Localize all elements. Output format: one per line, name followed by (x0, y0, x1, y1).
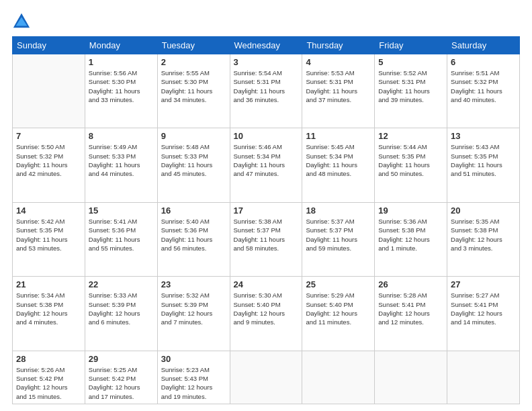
day-number: 3 (234, 57, 299, 67)
day-info: Sunrise: 5:48 AMSunset: 5:33 PMDaylight:… (161, 142, 226, 178)
calendar-week-row: 14Sunrise: 5:42 AMSunset: 5:35 PMDayligh… (13, 202, 520, 276)
calendar-day-cell: 3Sunrise: 5:54 AMSunset: 5:31 PMDaylight… (230, 54, 302, 128)
day-info: Sunrise: 5:45 AMSunset: 5:34 PMDaylight:… (306, 142, 371, 178)
calendar-day-cell: 6Sunrise: 5:51 AMSunset: 5:32 PMDaylight… (447, 54, 520, 128)
calendar-day-cell: 23Sunrise: 5:32 AMSunset: 5:39 PMDayligh… (157, 277, 230, 351)
day-of-week-header: Sunday (13, 37, 85, 54)
day-info: Sunrise: 5:51 AMSunset: 5:32 PMDaylight:… (451, 68, 516, 104)
calendar-day-cell (302, 351, 375, 404)
calendar-day-cell: 18Sunrise: 5:37 AMSunset: 5:37 PMDayligh… (302, 202, 375, 276)
calendar-day-cell: 27Sunrise: 5:27 AMSunset: 5:41 PMDayligh… (447, 277, 520, 351)
day-number: 22 (89, 279, 154, 289)
calendar-day-cell: 19Sunrise: 5:36 AMSunset: 5:38 PMDayligh… (375, 202, 447, 276)
day-number: 17 (234, 205, 299, 216)
day-info: Sunrise: 5:44 AMSunset: 5:35 PMDaylight:… (378, 142, 443, 178)
day-number: 16 (161, 205, 226, 216)
day-number: 5 (378, 57, 443, 67)
day-info: Sunrise: 5:27 AMSunset: 5:41 PMDaylight:… (451, 291, 516, 326)
day-number: 25 (306, 279, 371, 289)
calendar-week-row: 21Sunrise: 5:34 AMSunset: 5:38 PMDayligh… (13, 277, 520, 351)
logo-icon (12, 12, 31, 31)
calendar-day-cell: 4Sunrise: 5:53 AMSunset: 5:31 PMDaylight… (302, 54, 375, 128)
day-info: Sunrise: 5:54 AMSunset: 5:31 PMDaylight:… (234, 68, 299, 104)
day-info: Sunrise: 5:26 AMSunset: 5:42 PMDaylight:… (16, 365, 81, 401)
day-number: 19 (378, 205, 443, 216)
day-number: 20 (451, 205, 516, 216)
day-number: 4 (306, 57, 371, 67)
calendar-day-cell: 15Sunrise: 5:41 AMSunset: 5:36 PMDayligh… (85, 202, 157, 276)
day-number: 11 (306, 131, 371, 141)
day-number: 28 (16, 354, 81, 364)
calendar-day-cell: 7Sunrise: 5:50 AMSunset: 5:32 PMDaylight… (13, 128, 85, 202)
day-number: 1 (89, 57, 154, 67)
day-info: Sunrise: 5:32 AMSunset: 5:39 PMDaylight:… (161, 291, 226, 326)
day-number: 8 (89, 131, 154, 141)
calendar-day-cell: 16Sunrise: 5:40 AMSunset: 5:36 PMDayligh… (157, 202, 230, 276)
day-info: Sunrise: 5:34 AMSunset: 5:38 PMDaylight:… (16, 291, 81, 326)
day-info: Sunrise: 5:46 AMSunset: 5:34 PMDaylight:… (234, 142, 299, 178)
day-number: 18 (306, 205, 371, 216)
day-info: Sunrise: 5:28 AMSunset: 5:41 PMDaylight:… (378, 291, 443, 326)
calendar-day-cell: 12Sunrise: 5:44 AMSunset: 5:35 PMDayligh… (375, 128, 447, 202)
calendar-day-cell (447, 351, 520, 404)
calendar-day-cell (13, 54, 85, 128)
day-of-week-header: Friday (375, 37, 447, 54)
day-info: Sunrise: 5:42 AMSunset: 5:35 PMDaylight:… (16, 217, 81, 253)
calendar-day-cell (375, 351, 447, 404)
calendar-day-cell: 17Sunrise: 5:38 AMSunset: 5:37 PMDayligh… (230, 202, 302, 276)
day-info: Sunrise: 5:36 AMSunset: 5:38 PMDaylight:… (378, 217, 443, 253)
day-info: Sunrise: 5:43 AMSunset: 5:35 PMDaylight:… (451, 142, 516, 178)
day-number: 2 (161, 57, 226, 67)
day-info: Sunrise: 5:33 AMSunset: 5:39 PMDaylight:… (89, 291, 154, 326)
calendar-day-cell: 9Sunrise: 5:48 AMSunset: 5:33 PMDaylight… (157, 128, 230, 202)
calendar-day-cell: 24Sunrise: 5:30 AMSunset: 5:40 PMDayligh… (230, 277, 302, 351)
day-number: 24 (234, 279, 299, 289)
day-info: Sunrise: 5:55 AMSunset: 5:30 PMDaylight:… (161, 68, 226, 104)
day-info: Sunrise: 5:25 AMSunset: 5:42 PMDaylight:… (89, 365, 154, 401)
header (12, 12, 520, 31)
day-of-week-header: Saturday (447, 37, 520, 54)
calendar-day-cell: 25Sunrise: 5:29 AMSunset: 5:40 PMDayligh… (302, 277, 375, 351)
day-number: 15 (89, 205, 154, 216)
day-info: Sunrise: 5:37 AMSunset: 5:37 PMDaylight:… (306, 217, 371, 253)
day-number: 21 (16, 279, 81, 289)
day-number: 9 (161, 131, 226, 141)
day-info: Sunrise: 5:29 AMSunset: 5:40 PMDaylight:… (306, 291, 371, 326)
calendar-day-cell (230, 351, 302, 404)
calendar-day-cell: 21Sunrise: 5:34 AMSunset: 5:38 PMDayligh… (13, 277, 85, 351)
calendar-day-cell: 13Sunrise: 5:43 AMSunset: 5:35 PMDayligh… (447, 128, 520, 202)
day-of-week-header: Monday (85, 37, 157, 54)
day-info: Sunrise: 5:23 AMSunset: 5:43 PMDaylight:… (161, 365, 226, 401)
day-number: 12 (378, 131, 443, 141)
calendar-day-cell: 20Sunrise: 5:35 AMSunset: 5:38 PMDayligh… (447, 202, 520, 276)
calendar-day-cell: 26Sunrise: 5:28 AMSunset: 5:41 PMDayligh… (375, 277, 447, 351)
calendar-day-cell: 30Sunrise: 5:23 AMSunset: 5:43 PMDayligh… (157, 351, 230, 404)
page: SundayMondayTuesdayWednesdayThursdayFrid… (0, 0, 532, 411)
calendar-week-row: 7Sunrise: 5:50 AMSunset: 5:32 PMDaylight… (13, 128, 520, 202)
day-info: Sunrise: 5:53 AMSunset: 5:31 PMDaylight:… (306, 68, 371, 104)
calendar-week-row: 1Sunrise: 5:56 AMSunset: 5:30 PMDaylight… (13, 54, 520, 128)
day-number: 13 (451, 131, 516, 141)
calendar-day-cell: 10Sunrise: 5:46 AMSunset: 5:34 PMDayligh… (230, 128, 302, 202)
day-number: 14 (16, 205, 81, 216)
day-number: 23 (161, 279, 226, 289)
day-number: 26 (378, 279, 443, 289)
day-info: Sunrise: 5:41 AMSunset: 5:36 PMDaylight:… (89, 217, 154, 253)
calendar-day-cell: 8Sunrise: 5:49 AMSunset: 5:33 PMDaylight… (85, 128, 157, 202)
day-of-week-header: Thursday (302, 37, 375, 54)
calendar-day-cell: 22Sunrise: 5:33 AMSunset: 5:39 PMDayligh… (85, 277, 157, 351)
calendar-week-row: 28Sunrise: 5:26 AMSunset: 5:42 PMDayligh… (13, 351, 520, 404)
day-number: 10 (234, 131, 299, 141)
day-info: Sunrise: 5:35 AMSunset: 5:38 PMDaylight:… (451, 217, 516, 253)
day-info: Sunrise: 5:52 AMSunset: 5:31 PMDaylight:… (378, 68, 443, 104)
day-number: 29 (89, 354, 154, 364)
day-number: 27 (451, 279, 516, 289)
day-info: Sunrise: 5:38 AMSunset: 5:37 PMDaylight:… (234, 217, 299, 253)
day-of-week-header: Wednesday (230, 37, 302, 54)
calendar-day-cell: 1Sunrise: 5:56 AMSunset: 5:30 PMDaylight… (85, 54, 157, 128)
calendar-day-cell: 28Sunrise: 5:26 AMSunset: 5:42 PMDayligh… (13, 351, 85, 404)
calendar-day-cell: 5Sunrise: 5:52 AMSunset: 5:31 PMDaylight… (375, 54, 447, 128)
day-info: Sunrise: 5:40 AMSunset: 5:36 PMDaylight:… (161, 217, 226, 253)
calendar-day-cell: 11Sunrise: 5:45 AMSunset: 5:34 PMDayligh… (302, 128, 375, 202)
day-of-week-header: Tuesday (157, 37, 230, 54)
